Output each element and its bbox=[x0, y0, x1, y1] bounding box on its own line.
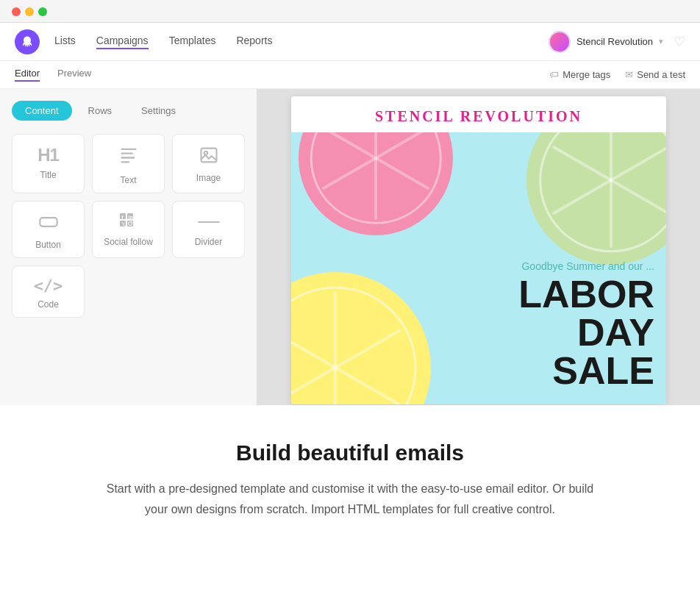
block-divider[interactable]: Divider bbox=[172, 201, 245, 258]
dot-red bbox=[12, 7, 21, 16]
block-image-label: Image bbox=[196, 173, 221, 183]
nav-right: Stencil Revolution ▾ ♡ bbox=[549, 31, 685, 53]
merge-tags-label: Merge tags bbox=[562, 69, 610, 80]
preview-panel: STENCIL REVOLUTION bbox=[257, 89, 700, 405]
block-divider-label: Divider bbox=[195, 237, 222, 247]
email-header: STENCIL REVOLUTION bbox=[291, 96, 666, 132]
citrus-pink bbox=[299, 132, 453, 235]
dot-green bbox=[38, 7, 47, 16]
account-badge[interactable]: Stencil Revolution ▾ bbox=[549, 31, 663, 53]
svg-point-8 bbox=[204, 151, 207, 155]
editor-panel: Content Rows Settings H1 Title bbox=[0, 89, 257, 405]
social-icon: f in 𝕏 bbox=[118, 212, 139, 232]
sub-nav-links: Editor Preview bbox=[15, 68, 91, 82]
account-name: Stencil Revolution bbox=[576, 36, 653, 47]
email-sale-subtitle: Goodbye Summer and our ... bbox=[518, 260, 654, 272]
email-hero: Goodbye Summer and our ... LABOR DAY SAL… bbox=[291, 132, 666, 404]
block-text[interactable]: Text bbox=[92, 134, 165, 193]
bottom-title: Build beautiful emails bbox=[88, 440, 612, 465]
app-nav: Lists Campaigns Templates Reports Stenci… bbox=[0, 23, 700, 61]
merge-tags-action[interactable]: 🏷 Merge tags bbox=[549, 69, 610, 80]
send-test-label: Send a test bbox=[637, 69, 685, 80]
account-avatar bbox=[549, 31, 571, 53]
svg-rect-9 bbox=[40, 218, 57, 226]
browser-dots bbox=[12, 7, 688, 16]
tab-rows[interactable]: Rows bbox=[75, 101, 126, 121]
browser-chrome bbox=[0, 0, 700, 23]
nav-links: Lists Campaigns Templates Reports bbox=[54, 35, 272, 49]
editor-tabs: Content Rows Settings bbox=[12, 101, 245, 121]
block-code-label: Code bbox=[38, 299, 59, 310]
svg-point-18 bbox=[131, 221, 132, 222]
nav-link-reports[interactable]: Reports bbox=[236, 35, 272, 49]
send-test-action[interactable]: ✉ Send a test bbox=[625, 69, 685, 80]
sub-nav-editor[interactable]: Editor bbox=[15, 68, 40, 82]
tab-content[interactable]: Content bbox=[12, 101, 72, 121]
tab-settings[interactable]: Settings bbox=[128, 101, 189, 121]
account-chevron-icon: ▾ bbox=[659, 37, 663, 46]
sub-nav-preview[interactable]: Preview bbox=[57, 68, 91, 82]
button-icon bbox=[38, 212, 59, 235]
svg-point-2 bbox=[28, 38, 29, 40]
svg-rect-5 bbox=[121, 157, 135, 158]
image-icon bbox=[199, 145, 219, 168]
blocks-grid: H1 Title Text bbox=[12, 134, 245, 318]
svg-rect-6 bbox=[121, 161, 129, 163]
email-sale-text: Goodbye Summer and our ... LABOR DAY SAL… bbox=[518, 260, 654, 390]
svg-text:f: f bbox=[121, 214, 124, 221]
nav-link-campaigns[interactable]: Campaigns bbox=[96, 35, 149, 49]
tag-icon: 🏷 bbox=[549, 69, 559, 80]
text-icon bbox=[118, 145, 139, 171]
svg-rect-7 bbox=[201, 149, 216, 163]
citrus-yellow bbox=[291, 272, 431, 404]
bottom-section: Build beautiful emails Start with a pre-… bbox=[0, 405, 700, 549]
dot-yellow bbox=[25, 7, 34, 16]
citrus-lime bbox=[526, 132, 666, 265]
divider-icon bbox=[198, 212, 220, 232]
main-content: Content Rows Settings H1 Title bbox=[0, 89, 700, 405]
app-logo[interactable] bbox=[15, 29, 40, 54]
block-code[interactable]: </> Code bbox=[12, 265, 85, 318]
nav-link-templates[interactable]: Templates bbox=[169, 35, 216, 49]
block-title-label: Title bbox=[40, 170, 56, 180]
block-button-label: Button bbox=[35, 240, 61, 250]
block-button[interactable]: Button bbox=[12, 201, 85, 258]
block-image[interactable]: Image bbox=[172, 134, 245, 193]
block-title[interactable]: H1 Title bbox=[12, 134, 85, 193]
email-sale-title: LABOR DAY SALE bbox=[518, 275, 654, 390]
block-text-label: Text bbox=[120, 175, 136, 185]
bottom-description: Start with a pre-designed template and c… bbox=[100, 479, 600, 520]
octopus-icon bbox=[20, 35, 35, 49]
nav-link-lists[interactable]: Lists bbox=[54, 35, 76, 49]
envelope-icon: ✉ bbox=[625, 69, 633, 80]
sub-nav: Editor Preview 🏷 Merge tags ✉ Send a tes… bbox=[0, 61, 700, 89]
block-social-label: Social follow bbox=[104, 237, 153, 247]
svg-rect-4 bbox=[121, 153, 132, 154]
h1-icon: H1 bbox=[38, 145, 59, 165]
code-icon: </> bbox=[34, 276, 63, 295]
email-brand-name: STENCIL REVOLUTION bbox=[306, 108, 651, 125]
sub-nav-right: 🏷 Merge tags ✉ Send a test bbox=[549, 69, 685, 80]
svg-text:in: in bbox=[128, 215, 132, 220]
svg-rect-3 bbox=[121, 149, 136, 150]
email-preview: STENCIL REVOLUTION bbox=[291, 96, 666, 404]
svg-rect-19 bbox=[198, 221, 220, 223]
heart-icon[interactable]: ♡ bbox=[674, 34, 685, 50]
block-social[interactable]: f in 𝕏 Social follow bbox=[92, 201, 165, 258]
svg-text:𝕏: 𝕏 bbox=[121, 221, 126, 228]
svg-point-1 bbox=[25, 38, 26, 40]
